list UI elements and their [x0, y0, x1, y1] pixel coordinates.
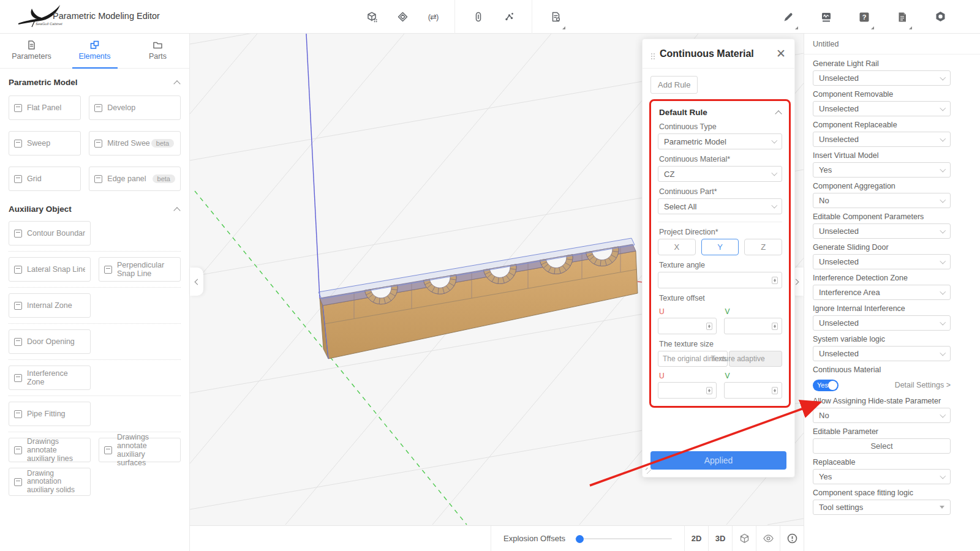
drawing-annotation-auxiliary-solids-button[interactable]: Drawing annotation auxiliary solids: [9, 468, 91, 496]
texture-size-v-input[interactable]: [724, 382, 783, 399]
allow-assigning-hide-state-select[interactable]: No: [813, 408, 951, 423]
stepper-icon[interactable]: [772, 277, 778, 284]
contour-boundary-icon: [14, 230, 22, 238]
u-label: U: [659, 307, 715, 316]
direction-y-button[interactable]: Y: [701, 239, 739, 255]
section-auxiliary-object[interactable]: Auxiliary Object: [0, 200, 189, 214]
generate-light-rail-select[interactable]: Unselected: [813, 70, 951, 86]
direction-z-button[interactable]: Z: [744, 239, 782, 255]
explosion-offsets-slider[interactable]: [575, 534, 672, 543]
settings-nut-icon[interactable]: [925, 0, 956, 34]
component-replaceable-select[interactable]: Unselected: [813, 132, 951, 147]
close-icon[interactable]: ✕: [776, 48, 786, 59]
link-icon[interactable]: [463, 0, 494, 34]
view-2d-button[interactable]: 2D: [684, 526, 708, 551]
texture-angle-input[interactable]: [658, 272, 782, 288]
field-label: Component Aggregation: [813, 181, 951, 191]
grid-button[interactable]: Grid: [9, 167, 81, 191]
continuous-material-toggle[interactable]: Yes: [813, 380, 839, 391]
internal-zone-button[interactable]: Internal Zone: [9, 293, 91, 318]
editable-parameter-select-button[interactable]: Select: [813, 438, 951, 454]
texture-offset-v-input[interactable]: [724, 318, 783, 334]
direction-x-button[interactable]: X: [658, 239, 696, 255]
slider-thumb[interactable]: [576, 535, 584, 543]
detail-settings-link[interactable]: Detail Settings >: [839, 381, 951, 389]
logo-caption: SeaGull Cabinet: [36, 22, 62, 26]
dropdown-caret: [795, 26, 798, 29]
help-icon[interactable]: ?: [849, 0, 880, 34]
field-label: Generate Sliding Door: [813, 242, 951, 252]
swap-arrows-icon[interactable]: (⇄): [418, 0, 448, 34]
collapse-left-sidebar-handle[interactable]: [190, 268, 203, 296]
flat-panel-button[interactable]: Flat Panel: [9, 96, 81, 120]
interference-zone-button[interactable]: Interference Zone: [9, 365, 91, 390]
axis-z-blue: [306, 34, 320, 298]
visibility-button[interactable]: [756, 526, 780, 551]
cube-view-button[interactable]: [732, 526, 756, 551]
add-rule-button[interactable]: Add Rule: [650, 76, 698, 94]
tab-elements[interactable]: Elements: [63, 34, 126, 68]
document-icon[interactable]: [887, 0, 918, 34]
component-removable-select[interactable]: Unselected: [813, 101, 951, 116]
texture-size-adaptive-button[interactable]: Texture adaptive: [729, 351, 783, 367]
parts-icon: [153, 39, 163, 50]
editable-component-parameters-select[interactable]: Unselected: [813, 223, 951, 239]
stepper-icon[interactable]: [706, 387, 712, 394]
sweep-button[interactable]: Sweep: [9, 131, 81, 156]
drawings-annotate-auxiliary-lines-icon: [14, 446, 22, 454]
applied-button[interactable]: Applied: [650, 451, 786, 470]
edge-panel-button[interactable]: Edge panel beta: [89, 167, 181, 191]
default-rule-header[interactable]: Default Rule: [658, 107, 782, 117]
replaceable-select[interactable]: Yes: [813, 469, 951, 484]
drag-handle-icon[interactable]: [651, 53, 652, 54]
view-3d-button[interactable]: 3D: [708, 526, 732, 551]
drawings-annotate-auxiliary-lines-button[interactable]: Drawings annotate auxiliary lines: [9, 438, 91, 462]
drawings-annotate-auxiliary-surfaces-button[interactable]: Drawings annotate auxiliary surfaces: [99, 438, 181, 462]
perpendicular-snap-line-button[interactable]: Perpendicular Snap Line: [99, 257, 181, 282]
component-aggregation-select[interactable]: No: [813, 193, 951, 208]
dropdown-caret: [562, 26, 565, 29]
drawings-annotate-auxiliary-surfaces-icon: [104, 446, 112, 454]
texture-size-u-input[interactable]: [658, 382, 717, 399]
chevron-down-icon: [771, 138, 777, 143]
tab-parameters[interactable]: Parameters: [0, 34, 63, 68]
stepper-icon[interactable]: [772, 387, 778, 394]
knot-pattern-icon[interactable]: [387, 0, 418, 34]
v-label: V: [725, 307, 782, 316]
sweep-icon: [14, 140, 22, 148]
system-variable-logic-select[interactable]: Unselected: [813, 346, 951, 361]
dropdown-caret: [871, 26, 874, 29]
mitred-sweep-button[interactable]: Mitred Swee beta: [89, 131, 181, 156]
generate-sliding-door-select[interactable]: Unselected: [813, 254, 951, 269]
edit-pencil-icon[interactable]: [773, 0, 804, 34]
project-direction-label: Project Direction*: [659, 228, 781, 236]
activity-monitor-icon[interactable]: [811, 0, 842, 34]
stepper-icon[interactable]: [772, 323, 778, 330]
door-opening-button[interactable]: Door Opening: [9, 329, 91, 354]
field-label: Interference Detection Zone: [813, 273, 951, 283]
pipe-fitting-button[interactable]: Pipe Fitting: [9, 402, 91, 426]
explosion-offsets-label: Explosion Offsets: [503, 534, 565, 543]
insert-virtual-model-select[interactable]: Yes: [813, 162, 951, 178]
continuous-material-select[interactable]: CZ: [658, 166, 782, 182]
interference-detection-zone-select[interactable]: Interference Area: [813, 285, 951, 300]
continuous-part-select[interactable]: Select All: [658, 198, 782, 214]
develop-button[interactable]: Develop: [89, 96, 181, 120]
resize-handle-icon[interactable]: [646, 468, 652, 474]
panel-title: Continuous Material: [660, 48, 776, 59]
tab-parts[interactable]: Parts: [126, 34, 189, 68]
section-parametric-model[interactable]: Parametric Model: [0, 69, 189, 87]
warning-button[interactable]: [780, 526, 804, 551]
contour-boundary-button[interactable]: Contour Boundary: [9, 221, 91, 246]
component-space-fitting-logic-select[interactable]: Tool settings: [813, 500, 951, 515]
lateral-snap-line-button[interactable]: Lateral Snap Line: [9, 257, 91, 282]
stepper-icon[interactable]: [706, 323, 712, 330]
texture-offset-u-input[interactable]: [658, 318, 717, 334]
continuous-type-select[interactable]: Parametric Model: [658, 133, 782, 149]
chevron-up-icon: [173, 80, 180, 87]
file-export-icon[interactable]: [540, 0, 571, 34]
ignore-internal-interference-select[interactable]: Unselected: [813, 315, 951, 331]
model-component-icon[interactable]: [356, 0, 387, 34]
continuous-material-panel: Continuous Material ✕ Add Rule Default R…: [642, 39, 795, 478]
share-nodes-icon[interactable]: [494, 0, 524, 34]
